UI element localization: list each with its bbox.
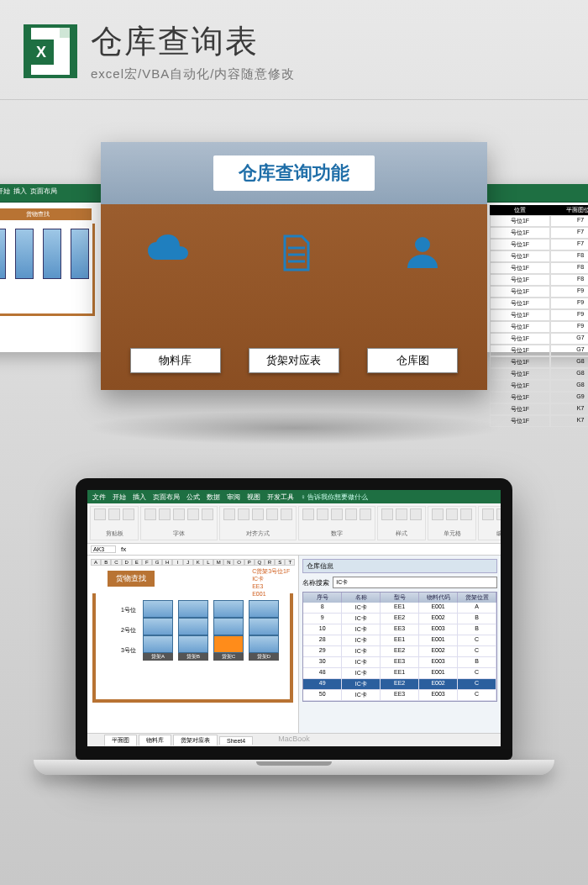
ribbon-button[interactable] xyxy=(108,508,120,520)
document-icon xyxy=(281,234,312,271)
find-goods-label: 货物查找 xyxy=(108,571,155,587)
menu-item[interactable]: 公式 xyxy=(186,493,200,502)
warehouse-map-button[interactable]: 仓库图 xyxy=(367,348,458,373)
menu-item[interactable]: 开发工具 xyxy=(267,493,294,502)
laptop-screen: 文件开始插入页面布局公式数据审阅视图开发工具♀ 告诉我你想要做什么 剪贴板字体对… xyxy=(76,478,512,760)
ribbon-button[interactable] xyxy=(381,508,393,520)
rack-slot[interactable] xyxy=(178,635,208,653)
ribbon-button[interactable] xyxy=(360,508,371,520)
table-row[interactable]: 28IC卡EE1E001C xyxy=(303,635,496,646)
worksheet-right-pane: 仓库信息 名称搜索 IC卡 序号名称型号物料代码货架位置 8IC卡EE1E001… xyxy=(299,556,501,733)
menu-item[interactable]: 数据 xyxy=(207,493,220,502)
menu-item[interactable]: 视图 xyxy=(247,493,260,502)
rack-slot[interactable] xyxy=(213,618,244,635)
ribbon-button[interactable] xyxy=(144,508,156,520)
search-input[interactable]: IC卡 xyxy=(333,577,497,588)
cell-reference-box[interactable]: AK3 xyxy=(91,545,116,553)
rack-slot[interactable] xyxy=(249,618,279,635)
column-headers: ABCDEFGHIJKLMNOPQRST xyxy=(91,559,295,566)
preview-stage: 文件 开始 插入 页面布局 货物查找 位置平面图位置号位1FF7号位1FF7号位… xyxy=(0,125,588,445)
table-row[interactable]: 50IC卡EE3E003C xyxy=(303,690,496,701)
ribbon-button[interactable] xyxy=(187,508,199,520)
ribbon-button[interactable] xyxy=(345,508,357,520)
excel-window: 文件开始插入页面布局公式数据审阅视图开发工具♀ 告诉我你想要做什么 剪贴板字体对… xyxy=(87,490,501,746)
rack-slot[interactable] xyxy=(143,635,173,653)
ribbon-button[interactable] xyxy=(482,508,494,520)
ribbon-button[interactable] xyxy=(123,508,134,520)
rack-slot[interactable] xyxy=(178,600,208,618)
selection-annotation: C货架3号位1FIC卡EE3E001 xyxy=(252,567,290,598)
excel-menu-bar xyxy=(487,184,588,203)
menu-item[interactable]: 开始 xyxy=(0,187,10,199)
warehouse-layout: 1号位2号位3号位货架A货架B货架C货架D xyxy=(92,593,293,703)
rack[interactable]: 货架A xyxy=(143,600,173,661)
ribbon-button[interactable] xyxy=(173,508,185,520)
ribbon-group: 字体 xyxy=(140,506,218,540)
excel-x-badge: X xyxy=(29,40,54,65)
rack-slot[interactable] xyxy=(143,618,173,635)
ribbon-button[interactable] xyxy=(496,508,501,520)
rack[interactable]: 货架C xyxy=(213,600,244,661)
table-row[interactable]: 49IC卡EE2E002C xyxy=(303,679,496,690)
table-row[interactable]: 10IC卡EE3E003B xyxy=(303,624,496,635)
rack-slot[interactable] xyxy=(143,600,173,618)
rack-slot[interactable] xyxy=(249,635,279,653)
ribbon-button[interactable] xyxy=(396,508,407,520)
menu-item[interactable]: 插入 xyxy=(133,493,146,502)
menu-item[interactable]: 页面布局 xyxy=(153,493,180,502)
ribbon-group: 单元格 xyxy=(428,506,476,540)
menu-item[interactable]: 插入 xyxy=(13,187,27,199)
page-subtitle: excel宏/VBA自动化/内容随意修改 xyxy=(91,66,564,82)
tell-me-hint[interactable]: ♀ 告诉我你想要做什么 xyxy=(301,493,368,502)
page-title: 仓库查询表 xyxy=(91,20,564,63)
table-row[interactable]: 8IC卡EE1E001A xyxy=(303,603,496,614)
warehouse-frame xyxy=(0,224,95,316)
laptop-base xyxy=(34,760,554,775)
rack-slot[interactable] xyxy=(178,618,208,635)
search-label: 名称搜索 xyxy=(302,578,329,587)
ribbon-button[interactable] xyxy=(302,508,314,520)
table-row[interactable]: 48IC卡EE1E001C xyxy=(303,668,496,679)
cloud-icon xyxy=(147,234,189,265)
ribbon-button[interactable] xyxy=(266,508,278,520)
rack[interactable]: 货架D xyxy=(249,600,279,661)
rack[interactable]: 货架B xyxy=(178,600,208,661)
table-row[interactable]: 30IC卡EE3E003B xyxy=(303,657,496,668)
find-goods-header: 货物查找 xyxy=(0,208,92,220)
dashboard-card-header: 仓库查询功能 xyxy=(101,142,487,204)
svg-point-0 xyxy=(415,237,430,252)
rack-mini xyxy=(0,229,6,279)
rack-slot[interactable] xyxy=(213,600,244,618)
header-divider xyxy=(0,99,588,100)
rack-slot[interactable] xyxy=(249,600,279,618)
laptop-brand-label: MacBook xyxy=(87,735,501,743)
excel-top-menu: 文件开始插入页面布局公式数据审阅视图开发工具♀ 告诉我你想要做什么 xyxy=(87,490,501,503)
ribbon-button[interactable] xyxy=(252,508,264,520)
ribbon-button[interactable] xyxy=(460,508,472,520)
menu-item[interactable]: 审阅 xyxy=(227,493,240,502)
rack-slot[interactable] xyxy=(213,635,244,653)
preview-panel-left: 文件 开始 插入 页面布局 货物查找 xyxy=(0,184,101,352)
ribbon-button[interactable] xyxy=(446,508,458,520)
ribbon-button[interactable] xyxy=(238,508,249,520)
table-row[interactable]: 9IC卡EE2E002B xyxy=(303,614,496,624)
shelf-mapping-button[interactable]: 货架对应表 xyxy=(249,348,339,373)
ribbon-button[interactable] xyxy=(331,508,343,520)
ribbon-button[interactable] xyxy=(94,508,106,520)
ribbon-button[interactable] xyxy=(281,508,292,520)
ribbon-button[interactable] xyxy=(317,508,328,520)
ribbon-button[interactable] xyxy=(159,508,171,520)
menu-item[interactable]: 开始 xyxy=(113,493,126,502)
ribbon-button[interactable] xyxy=(223,508,235,520)
table-row[interactable]: 29IC卡EE2E002C xyxy=(303,646,496,657)
material-library-button[interactable]: 物料库 xyxy=(130,348,221,373)
laptop-mockup: 文件开始插入页面布局公式数据审阅视图开发工具♀ 告诉我你想要做什么 剪贴板字体对… xyxy=(0,478,588,775)
menu-item[interactable]: 文件 xyxy=(92,493,106,502)
ribbon-button[interactable] xyxy=(202,508,213,520)
results-table: 序号名称型号物料代码货架位置 8IC卡EE1E001A9IC卡EE2E002B1… xyxy=(302,592,497,702)
menu-item[interactable]: 页面布局 xyxy=(30,187,57,199)
ribbon-button[interactable] xyxy=(432,508,444,520)
ribbon-button[interactable] xyxy=(410,508,422,520)
dashboard-title: 仓库查询功能 xyxy=(239,162,349,183)
ribbon-group: 样式 xyxy=(377,506,426,540)
